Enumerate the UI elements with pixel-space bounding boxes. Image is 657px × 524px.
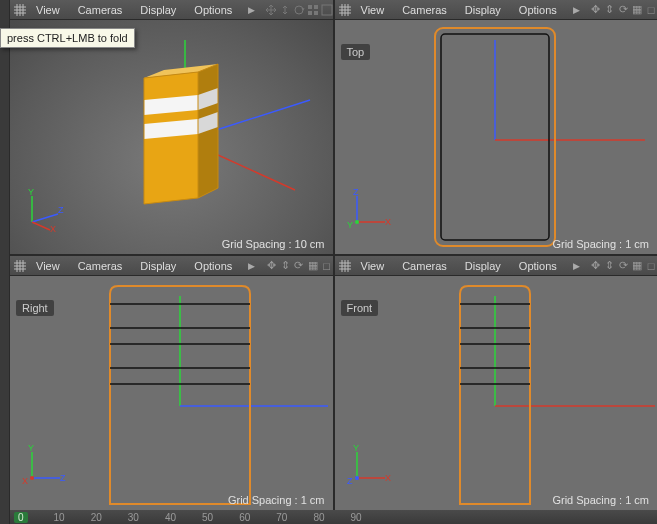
menu-options[interactable]: Options bbox=[186, 2, 240, 18]
svg-rect-8 bbox=[314, 5, 318, 9]
axis-label-y: Y bbox=[28, 188, 34, 197]
svg-rect-10 bbox=[314, 11, 318, 15]
axis-gizmo: Z X Y bbox=[347, 188, 391, 232]
nav-move-icon[interactable] bbox=[265, 2, 277, 18]
nav-zoom-icon[interactable]: ⇕ bbox=[604, 2, 616, 18]
svg-point-77 bbox=[355, 476, 359, 480]
viewport-canvas[interactable]: Right Y Z X bbox=[10, 276, 333, 510]
menu-cameras[interactable]: Cameras bbox=[70, 2, 131, 18]
svg-line-23 bbox=[32, 214, 58, 222]
svg-text:X: X bbox=[385, 473, 391, 483]
grid-icon[interactable] bbox=[339, 2, 351, 18]
menu-display[interactable]: Display bbox=[132, 2, 184, 18]
timeline-tick: 50 bbox=[202, 512, 213, 523]
svg-rect-7 bbox=[308, 5, 312, 9]
viewport-right[interactable]: View Cameras Display Options ▶ ✥ ⇕ ⟳ ▦ □ bbox=[10, 256, 333, 510]
timeline[interactable]: 0 10 20 30 40 50 60 70 80 90 bbox=[10, 510, 657, 524]
nav-layout-icon[interactable]: ▦ bbox=[631, 258, 643, 274]
nav-move-icon[interactable]: ✥ bbox=[590, 258, 602, 274]
svg-text:X: X bbox=[385, 217, 391, 227]
svg-text:Y: Y bbox=[353, 444, 359, 453]
viewport-canvas[interactable]: Front Y X Z bbox=[335, 276, 658, 510]
viewport-label: Top bbox=[341, 44, 371, 60]
menu-cameras[interactable]: Cameras bbox=[394, 2, 455, 18]
svg-rect-9 bbox=[308, 11, 312, 15]
svg-rect-11 bbox=[322, 5, 332, 15]
left-rail bbox=[0, 0, 10, 524]
nav-maximize-icon[interactable]: □ bbox=[645, 2, 657, 18]
svg-text:X: X bbox=[22, 476, 28, 486]
nav-maximize-icon[interactable]: □ bbox=[321, 258, 333, 274]
menu-view[interactable]: View bbox=[353, 2, 393, 18]
viewport-canvas[interactable]: Top Z X Y bbox=[335, 20, 658, 254]
menu-display[interactable]: Display bbox=[457, 2, 509, 18]
svg-text:Z: Z bbox=[347, 476, 353, 486]
model-box bbox=[140, 60, 220, 200]
nav-rotate-icon[interactable]: ⟳ bbox=[293, 258, 305, 274]
menu-options[interactable]: Options bbox=[186, 258, 240, 274]
viewport-canvas[interactable]: Y Z X bbox=[10, 20, 333, 254]
menu-view[interactable]: View bbox=[28, 2, 68, 18]
menu-view[interactable]: View bbox=[28, 258, 68, 274]
menu-overflow-icon[interactable]: ▶ bbox=[242, 5, 261, 15]
viewport-label: Front bbox=[341, 300, 379, 316]
menu-view[interactable]: View bbox=[353, 258, 393, 274]
nav-layout-icon[interactable]: ▦ bbox=[307, 258, 319, 274]
fold-tooltip: press CTRL+LMB to fold bbox=[0, 28, 135, 48]
viewport-label: Right bbox=[16, 300, 54, 316]
axis-gizmo: Y X Z bbox=[347, 444, 391, 488]
nav-move-icon[interactable]: ✥ bbox=[265, 258, 277, 274]
menu-options[interactable]: Options bbox=[511, 2, 565, 18]
nav-zoom-icon[interactable] bbox=[279, 2, 291, 18]
nav-rotate-icon[interactable] bbox=[293, 2, 305, 18]
grid-icon[interactable] bbox=[339, 258, 351, 274]
timeline-tick: 90 bbox=[351, 512, 362, 523]
axis-label-z: Z bbox=[58, 205, 64, 215]
viewport-top[interactable]: View Cameras Display Options ▶ ✥ ⇕ ⟳ ▦ □… bbox=[335, 0, 658, 254]
menu-overflow-icon[interactable]: ▶ bbox=[567, 261, 586, 271]
axis-gizmo: Y Z X bbox=[22, 188, 66, 232]
nav-rotate-icon[interactable]: ⟳ bbox=[617, 2, 629, 18]
grid-icon[interactable] bbox=[14, 258, 26, 274]
menu-overflow-icon[interactable]: ▶ bbox=[567, 5, 586, 15]
nav-maximize-icon[interactable] bbox=[321, 2, 332, 18]
timeline-tick: 30 bbox=[128, 512, 139, 523]
nav-move-icon[interactable]: ✥ bbox=[590, 2, 602, 18]
svg-text:Z: Z bbox=[60, 473, 66, 483]
nav-layout-icon[interactable]: ▦ bbox=[631, 2, 643, 18]
nav-layout-icon[interactable] bbox=[307, 2, 319, 18]
timeline-tick: 20 bbox=[91, 512, 102, 523]
grid-spacing-label: Grid Spacing : 1 cm bbox=[552, 238, 649, 250]
grid-spacing-label: Grid Spacing : 1 cm bbox=[228, 494, 325, 506]
menu-overflow-icon[interactable]: ▶ bbox=[242, 261, 261, 271]
grid-spacing-label: Grid Spacing : 10 cm bbox=[222, 238, 325, 250]
svg-text:Y: Y bbox=[28, 444, 34, 453]
svg-point-58 bbox=[30, 476, 34, 480]
nav-rotate-icon[interactable]: ⟳ bbox=[617, 258, 629, 274]
timeline-start-frame[interactable]: 0 bbox=[14, 512, 28, 523]
timeline-tick: 70 bbox=[276, 512, 287, 523]
menu-cameras[interactable]: Cameras bbox=[394, 258, 455, 274]
menu-options[interactable]: Options bbox=[511, 258, 565, 274]
timeline-tick: 10 bbox=[54, 512, 65, 523]
svg-point-6 bbox=[295, 6, 303, 14]
grid-icon[interactable] bbox=[14, 2, 26, 18]
nav-maximize-icon[interactable]: □ bbox=[645, 258, 657, 274]
svg-line-24 bbox=[32, 222, 50, 230]
viewport-quad: View Cameras Display Options ▶ bbox=[10, 0, 657, 510]
svg-text:Y: Y bbox=[347, 220, 353, 230]
menu-display[interactable]: Display bbox=[457, 258, 509, 274]
nav-zoom-icon[interactable]: ⇕ bbox=[604, 258, 616, 274]
axis-label-x: X bbox=[50, 224, 56, 232]
nav-zoom-icon[interactable]: ⇕ bbox=[279, 258, 291, 274]
grid-spacing-label: Grid Spacing : 1 cm bbox=[552, 494, 649, 506]
viewport-toolbar: View Cameras Display Options ▶ bbox=[10, 0, 333, 20]
timeline-tick: 60 bbox=[239, 512, 250, 523]
axis-gizmo: Y Z X bbox=[22, 444, 66, 488]
menu-cameras[interactable]: Cameras bbox=[70, 258, 131, 274]
menu-display[interactable]: Display bbox=[132, 258, 184, 274]
svg-point-39 bbox=[355, 220, 359, 224]
viewport-front[interactable]: View Cameras Display Options ▶ ✥ ⇕ ⟳ ▦ □ bbox=[335, 256, 658, 510]
viewport-toolbar: View Cameras Display Options ▶ ✥ ⇕ ⟳ ▦ □ bbox=[335, 256, 658, 276]
viewport-toolbar: View Cameras Display Options ▶ ✥ ⇕ ⟳ ▦ □ bbox=[10, 256, 333, 276]
